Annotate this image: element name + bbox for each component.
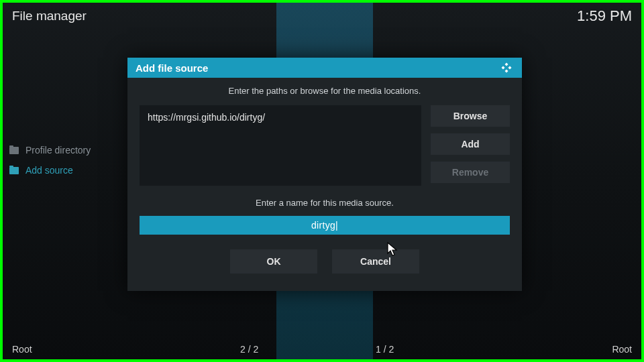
footer-left-label: Root	[12, 344, 32, 355]
folder-icon	[9, 167, 19, 174]
sidebar-item-label: Profile directory	[25, 145, 91, 156]
ok-button[interactable]: OK	[230, 249, 317, 274]
cancel-button[interactable]: Cancel	[332, 249, 419, 274]
sidebar-item-profile-directory[interactable]: Profile directory	[9, 145, 91, 156]
path-input-value: https://mrgsi.github.io/dirtyg/	[148, 112, 265, 123]
folder-icon	[9, 147, 19, 154]
path-instruction: Enter the paths or browse for the media …	[140, 86, 510, 96]
header-bar: File manager 1:59 PM	[3, 3, 641, 29]
footer-bar: Root 2 / 2 1 / 2 Root	[3, 339, 641, 359]
clock: 1:59 PM	[577, 7, 632, 25]
sidebar-item-add-source[interactable]: Add source	[9, 165, 91, 176]
kodi-logo-icon	[499, 60, 514, 75]
page-title: File manager	[12, 9, 577, 23]
dialog-header: Add file source	[127, 58, 522, 78]
footer-pager-right: 1 / 2	[376, 344, 394, 355]
add-button[interactable]: Add	[431, 133, 510, 155]
footer-right-label: Root	[612, 344, 632, 355]
footer-pager-left: 2 / 2	[240, 344, 258, 355]
source-name-input[interactable]: dirtyg|	[140, 216, 510, 235]
source-name-value: dirtyg|	[311, 220, 338, 231]
add-file-source-dialog: Add file source Enter the paths or brows…	[127, 58, 522, 291]
path-input[interactable]: https://mrgsi.github.io/dirtyg/	[140, 105, 421, 186]
sidebar: Profile directory Add source	[9, 145, 91, 176]
sidebar-item-label: Add source	[25, 165, 73, 176]
browse-button[interactable]: Browse	[431, 105, 510, 127]
name-instruction: Enter a name for this media source.	[140, 198, 510, 208]
dialog-title: Add file source	[136, 62, 499, 74]
remove-button: Remove	[431, 162, 510, 183]
